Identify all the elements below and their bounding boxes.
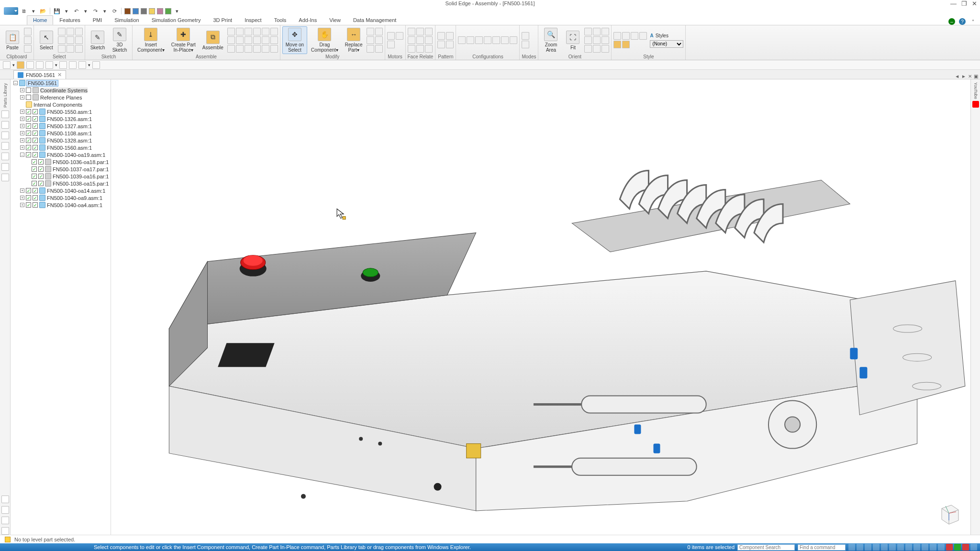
youtube-icon[interactable] xyxy=(972,101,979,108)
drag-component-button[interactable]: ✋Drag Component▾ xyxy=(308,27,341,54)
tab-simulation-geometry[interactable]: Simulation Geometry xyxy=(145,15,207,25)
tree-child[interactable]: ✓✓FN500-1037-oa17.par:1 xyxy=(11,165,111,173)
leftrail-btn-11[interactable] xyxy=(1,527,9,535)
tree-item[interactable]: +✓✓FN500-1040-oa14.asm:1 xyxy=(11,187,111,194)
tray-icon[interactable] xyxy=(881,544,888,551)
left-rail-label[interactable]: Parts Library xyxy=(3,83,8,108)
tree-item[interactable]: +✓✓FN500-1327.asm:1 xyxy=(11,122,111,130)
tray-icon[interactable] xyxy=(848,544,855,551)
tb2-7[interactable] xyxy=(69,61,77,69)
tray-icon[interactable] xyxy=(930,544,936,551)
ribbon-minimize-icon[interactable]: ˄ xyxy=(969,18,976,25)
qat-color-5[interactable] xyxy=(157,8,163,14)
tray-record-icon[interactable] xyxy=(946,544,953,551)
tab-data-management[interactable]: Data Management xyxy=(347,15,403,25)
tb2-4[interactable] xyxy=(36,61,44,69)
cut-icon[interactable] xyxy=(24,28,32,35)
qat-color-1[interactable] xyxy=(124,8,131,14)
tab-tools[interactable]: Tools xyxy=(268,15,293,25)
qat-customize-icon[interactable]: ▾ xyxy=(173,7,181,15)
tree-item[interactable]: +✓✓FN500-1550.asm:1 xyxy=(11,108,111,115)
tray-icon[interactable] xyxy=(857,544,863,551)
tree-child[interactable]: ✓✓FN500-1036-oa18.par:1 xyxy=(11,158,111,165)
tree-coord[interactable]: +Coordinate Systems xyxy=(11,87,111,94)
qat-color-4[interactable] xyxy=(149,8,155,14)
leftrail-btn-7[interactable] xyxy=(1,174,9,181)
tray-icon[interactable] xyxy=(905,544,912,551)
tb2-5[interactable] xyxy=(45,61,53,69)
tb2-1[interactable] xyxy=(3,61,11,69)
qat-open-icon[interactable]: 📂 xyxy=(39,7,47,15)
tab-addins[interactable]: Add-Ins xyxy=(292,15,323,25)
tree-item[interactable]: +✓✓FN500-1328.asm:1 xyxy=(11,137,111,144)
leftrail-btn-3[interactable] xyxy=(1,132,9,139)
tab-nav-max[interactable]: ▣ xyxy=(974,74,978,79)
leftrail-btn-6[interactable] xyxy=(1,163,9,171)
tb2-3[interactable] xyxy=(26,61,34,69)
replace-part-button[interactable]: ↔Replace Part▾ xyxy=(342,27,366,54)
brush-icon[interactable] xyxy=(24,45,32,53)
view-cube[interactable] xyxy=(937,501,961,525)
viewport-3d[interactable] xyxy=(111,79,970,535)
tree-item[interactable]: +✓✓FN500-1326.asm:1 xyxy=(11,115,111,122)
tray-play-icon[interactable] xyxy=(954,544,961,551)
tray-icon[interactable] xyxy=(865,544,871,551)
qat-color-2[interactable] xyxy=(133,8,139,14)
sketch-button[interactable]: ✎Sketch xyxy=(87,30,108,51)
leftrail-btn-5[interactable] xyxy=(1,153,9,160)
assemble-button[interactable]: ⧉Assemble xyxy=(200,30,226,51)
copy-icon[interactable] xyxy=(24,36,32,44)
insert-component-button[interactable]: ⤓Insert Component▾ xyxy=(134,27,167,54)
tab-pmi[interactable]: PMI xyxy=(87,15,109,25)
pathfinder-tree[interactable]: –FN500-1561 +Coordinate Systems +Referen… xyxy=(11,79,111,535)
tray-icon[interactable] xyxy=(897,544,904,551)
paste-button[interactable]: 📋Paste xyxy=(2,30,23,51)
help-1-icon[interactable]: – xyxy=(948,18,955,25)
qat-save-icon[interactable]: 💾 xyxy=(53,7,61,15)
tray-icon[interactable] xyxy=(889,544,896,551)
tree-refplanes[interactable]: +Reference Planes xyxy=(11,94,111,101)
tree-item[interactable]: +✓✓FN500-1108.asm:1 xyxy=(11,130,111,137)
tab-view[interactable]: View xyxy=(323,15,347,25)
tree-internal[interactable]: Internal Components xyxy=(11,101,111,108)
select-button[interactable]: ↖Select xyxy=(36,30,57,51)
tab-simulation[interactable]: Simulation xyxy=(108,15,145,25)
help-2-icon[interactable]: ? xyxy=(959,18,966,25)
component-search-input[interactable] xyxy=(737,544,795,551)
qat-sync-icon[interactable]: ⟳ xyxy=(111,7,118,15)
tray-icon[interactable] xyxy=(938,544,945,551)
qat-color-6[interactable] xyxy=(165,8,171,14)
doc-tab-active[interactable]: FN500-1561 ✕ xyxy=(13,70,66,79)
right-rail-label[interactable]: YouTube xyxy=(973,82,978,99)
tree-item-expanded[interactable]: –✓✓FN500-1040-oa19.asm:1 xyxy=(11,151,111,158)
styles-select[interactable]: (None) xyxy=(650,40,683,48)
tab-nav-prev[interactable]: ◄ xyxy=(955,74,959,79)
restore-button[interactable]: ❐ xyxy=(961,0,967,7)
move-on-select-button[interactable]: ✥Move on Select xyxy=(282,26,307,54)
qat-redo-icon[interactable]: ↷ xyxy=(91,7,99,15)
leftrail-btn-1[interactable] xyxy=(1,110,9,118)
tray-icon[interactable] xyxy=(913,544,920,551)
qat-color-3[interactable] xyxy=(141,8,147,14)
doc-tab-close-icon[interactable]: ✕ xyxy=(57,72,62,78)
minimize-button[interactable]: — xyxy=(950,0,957,7)
zoom-area-button[interactable]: 🔍Zoom Area xyxy=(540,27,561,54)
leftrail-btn-9[interactable] xyxy=(1,506,9,514)
tree-child[interactable]: ✓✓FN500-1038-oa15.par:1 xyxy=(11,180,111,187)
leftrail-btn-4[interactable] xyxy=(1,142,9,150)
tray-icon[interactable] xyxy=(873,544,880,551)
find-command-input[interactable] xyxy=(798,544,846,551)
tab-nav-next[interactable]: ► xyxy=(961,74,966,79)
tab-inspect[interactable]: Inspect xyxy=(238,15,267,25)
tree-item[interactable]: +✓✓FN500-1040-oa9.asm:1 xyxy=(11,194,111,201)
tab-home[interactable]: Home xyxy=(27,15,53,25)
tab-3dprint[interactable]: 3D Print xyxy=(207,15,238,25)
tray-stop-icon[interactable] xyxy=(962,544,969,551)
tree-root[interactable]: –FN500-1561 xyxy=(11,79,111,87)
close-button[interactable]: ✕ xyxy=(972,0,977,7)
tb2-2[interactable] xyxy=(17,61,24,69)
tree-item[interactable]: +✓✓FN500-1560.asm:1 xyxy=(11,144,111,151)
tb2-9[interactable] xyxy=(92,61,100,69)
tree-item[interactable]: +✓✓FN500-1040-oa4.asm:1 xyxy=(11,201,111,209)
fit-button[interactable]: ⛶Fit xyxy=(562,30,583,51)
